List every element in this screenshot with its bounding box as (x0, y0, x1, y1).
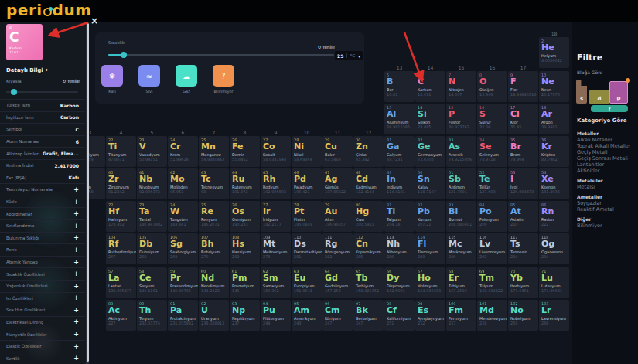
element-cell-Og[interactable]: 118OgOganesson294 (539, 233, 569, 264)
element-cell-Ce[interactable]: 58CeSeryum140.1161 (137, 267, 167, 298)
s-block-filter[interactable]: s (576, 80, 587, 104)
element-cell-Db[interactable]: 105DbDubniyum268 (137, 233, 167, 264)
detail-info-link[interactable]: Detaylı Bilgi› (6, 66, 48, 73)
element-cell-Ir[interactable]: 77Irİridyum192.2173 (261, 201, 291, 232)
element-cell-B[interactable]: 5BBor10.81 (384, 71, 415, 102)
refresh-button[interactable]: ↻ Yenile (318, 45, 335, 49)
element-cell-Ts[interactable]: 117TsTennesin294 (508, 233, 538, 264)
property-row[interactable]: Elastik Özellikler+ (0, 340, 85, 352)
element-cell-Pm[interactable]: 61PmPrometyum145 (230, 267, 260, 298)
element-cell-Ac[interactable]: 89AcAktinyum227 (106, 300, 136, 331)
category-filter-Soygazlar[interactable]: Soygazlar (577, 200, 635, 206)
element-cell-W[interactable]: 74WTungsten183.841 (168, 201, 198, 232)
element-cell-Te[interactable]: 52TeTellür127.603 (477, 168, 507, 199)
element-cell-I[interactable]: 53Iİyot126.904473 (508, 168, 538, 199)
temperature-value-dropdown[interactable]: 25 °C ▾ (335, 51, 363, 60)
element-cell-Yb[interactable]: 70Ybİterbiyum173.0451 (508, 267, 538, 298)
element-cell-Si[interactable]: 14SiSilikon28.085 (415, 104, 445, 134)
element-cell-N[interactable]: 7NNitrojen14.007 (446, 71, 476, 102)
element-cell-Se[interactable]: 34SeSelenyum78.9718 (477, 136, 507, 167)
element-cell-Gd[interactable]: 64GdGadolinyum157.253 (322, 267, 353, 298)
element-cell-Fl[interactable]: 114FlFlerovyum289 (415, 233, 445, 264)
element-cell-Cl[interactable]: 17ClKlor35.45 (508, 104, 538, 134)
selected-element-card[interactable]: 6 C Karbon 12.011 (6, 24, 43, 60)
close-button[interactable]: × (90, 15, 98, 26)
element-cell-Tm[interactable]: 69TmTulyum168.934222 (477, 267, 507, 298)
category-filter-Reaktif Ametal[interactable]: Reaktif Ametal (577, 206, 635, 213)
compare-slider[interactable] (6, 91, 78, 93)
expand-plus-icon[interactable]: + (73, 343, 79, 350)
element-cell-V[interactable]: 23VVanadyum50.94151 (137, 136, 167, 167)
phase-filter-Katı[interactable]: ❄Katı (101, 65, 123, 94)
element-cell-Tl[interactable]: 81TlTalyum204.38 (384, 201, 415, 232)
element-cell-Fe[interactable]: 26FeDemir55.8452 (230, 136, 260, 167)
element-cell-Cd[interactable]: 48CdKadmiyum112.4144 (353, 168, 384, 199)
property-row[interactable]: Sertlik+ (0, 352, 85, 364)
element-cell-Zr[interactable]: 40ZrZirkonyum91.2242 (106, 168, 136, 199)
element-cell-At[interactable]: 85AtAstatin210 (508, 201, 538, 232)
element-cell-Ta[interactable]: 73TaTantal180.947882 (137, 201, 167, 232)
expand-plus-icon[interactable]: + (73, 210, 79, 217)
expand-plus-icon[interactable]: + (73, 331, 79, 338)
expand-plus-icon[interactable]: + (73, 283, 79, 290)
element-cell-Tc[interactable]: 43TcTeknesyum98 (199, 168, 229, 199)
element-cell-Ne[interactable]: 10NeNeon20.17976 (539, 71, 569, 102)
element-cell-C[interactable]: 6CKarbon12.011 (415, 71, 445, 102)
element-cell-Os[interactable]: 76OsOsmiyum190.233 (230, 201, 260, 232)
compare-slider-knob[interactable] (11, 89, 17, 95)
element-cell-Co[interactable]: 27CoKobalt58.9331944 (261, 136, 291, 167)
element-cell-Rf[interactable]: 104RfRutherfordiyum267 (106, 233, 136, 264)
expand-plus-icon[interactable]: + (73, 234, 79, 241)
element-cell-Cn[interactable]: 112CnKopernikyum285 (353, 233, 384, 264)
f-block-filter[interactable]: f (591, 105, 628, 112)
element-cell-Po[interactable]: 84PoPolonyum209 (477, 201, 507, 232)
element-cell-Mc[interactable]: 115McMoskovyum290 (446, 233, 476, 264)
element-cell-Pb[interactable]: 82PbKurşun207.21 (415, 201, 445, 232)
element-cell-Sn[interactable]: 50SnKalay118.7107 (415, 168, 445, 199)
element-cell-Mn[interactable]: 25MnManganez54.9380443 (199, 136, 229, 167)
expand-plus-icon[interactable]: + (73, 270, 79, 277)
element-cell-Cm[interactable]: 96CmKüriyum247 (322, 300, 353, 331)
element-cell-Fm[interactable]: 100FmFermiyum257 (446, 300, 476, 331)
element-cell-Ho[interactable]: 67HoHolmiyum164.930333 (415, 267, 445, 298)
element-cell-Pd[interactable]: 46PdPaladyum106.421 (292, 168, 322, 199)
phase-filter-Sıvı[interactable]: ≈Sıvı (138, 65, 160, 94)
element-cell-S[interactable]: 16SSülfür32.06 (477, 104, 507, 134)
element-cell-Al[interactable]: 13AlAlüminyum26.9815385 (384, 104, 415, 134)
property-row[interactable]: Renk+ (0, 243, 85, 256)
element-cell-Cf[interactable]: 98CfKaliforniyum251 (384, 300, 415, 331)
element-cell-No[interactable]: 102NoNobelyum259 (508, 300, 538, 331)
element-cell-Rg[interactable]: 111RgRöntgenyum282 (322, 233, 353, 264)
property-row[interactable]: Elektriksel Direnç+ (0, 316, 85, 328)
element-cell-Lu[interactable]: 71LuLutesyum174.96681 (539, 267, 569, 298)
expand-plus-icon[interactable]: + (73, 294, 79, 301)
element-cell-Pu[interactable]: 94PuPlütonyum244 (261, 300, 291, 331)
element-cell-Nh[interactable]: 113NhNihonyum286 (384, 233, 415, 264)
category-filter-Geçiş Sonrası Metali[interactable]: Geçiş Sonrası Metali (577, 155, 635, 162)
property-row[interactable]: Sınıflandırma+ (0, 219, 85, 232)
expand-plus-icon[interactable]: + (73, 186, 79, 193)
expand-plus-icon[interactable]: + (73, 199, 79, 206)
element-cell-Ga[interactable]: 31GaGalyum69.7231 (384, 136, 415, 167)
element-cell-Np[interactable]: 93NpNeptünyum237 (230, 300, 260, 331)
element-cell-La[interactable]: 57LaLantan138.905477 (106, 267, 136, 298)
element-cell-Bh[interactable]: 107BhBohriyum270 (199, 233, 229, 264)
element-cell-Es[interactable]: 99EsAynştaynyum252 (415, 300, 445, 331)
element-cell-Nd[interactable]: 60NdNeodimyum144.2423 (199, 267, 229, 298)
expand-plus-icon[interactable]: + (73, 223, 79, 230)
property-row[interactable]: Manyetik Özellikler+ (0, 328, 85, 340)
element-cell-Rn[interactable]: 86RnRadon222 (539, 201, 569, 232)
phase-filter-Gaz[interactable]: ☁Gaz (176, 65, 197, 94)
category-filter-Bilinmiyor[interactable]: Bilinmiyor (577, 223, 635, 229)
element-cell-Hs[interactable]: 108HsHassiyum269 (230, 233, 260, 264)
expand-plus-icon[interactable]: + (73, 259, 79, 266)
element-cell-Ti[interactable]: 22TiTitanyum47.8671 (106, 136, 136, 167)
element-cell-Er[interactable]: 68ErErbiyum167.2593 (446, 267, 476, 298)
expand-plus-icon[interactable]: + (73, 247, 79, 253)
property-row[interactable]: Bulunma Sıklığı+ (0, 232, 85, 244)
element-cell-In[interactable]: 49Inİndiyum114.8181 (384, 168, 415, 199)
element-cell-Kr[interactable]: 36KrKripton83.7982 (539, 136, 569, 167)
category-filter-Alkali Metaller[interactable]: Alkali Metaller (577, 137, 635, 143)
expand-plus-icon[interactable]: + (73, 307, 79, 314)
expand-plus-icon[interactable]: + (73, 318, 79, 325)
